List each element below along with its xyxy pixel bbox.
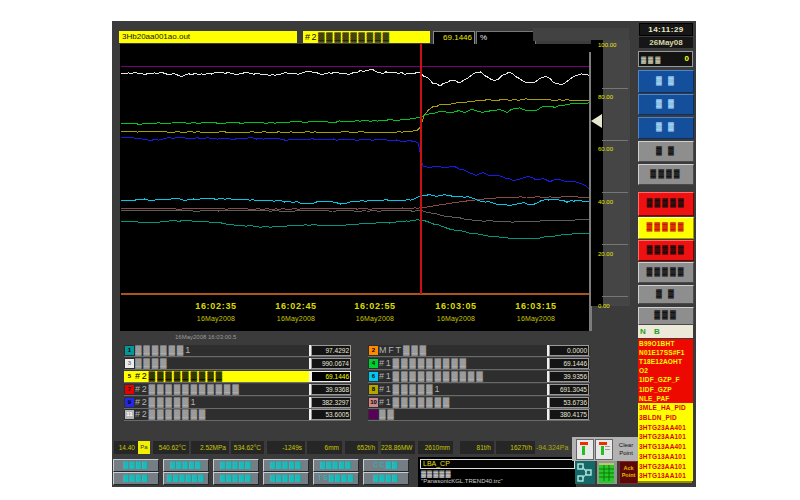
svg-text:16May2008: 16May2008 — [197, 315, 235, 323]
svg-text:16:02:35: 16:02:35 — [195, 301, 237, 311]
svg-text:16:03:05: 16:03:05 — [435, 301, 477, 311]
svg-text:16May2008: 16May2008 — [277, 315, 315, 323]
svg-text:16May2008: 16May2008 — [517, 315, 555, 323]
svg-text:16:02:55: 16:02:55 — [354, 301, 396, 311]
svg-text:16:03:15: 16:03:15 — [515, 301, 557, 311]
svg-text:16:02:45: 16:02:45 — [275, 301, 317, 311]
svg-text:16May2008: 16May2008 — [437, 315, 475, 323]
svg-text:16May2008: 16May2008 — [356, 315, 394, 323]
